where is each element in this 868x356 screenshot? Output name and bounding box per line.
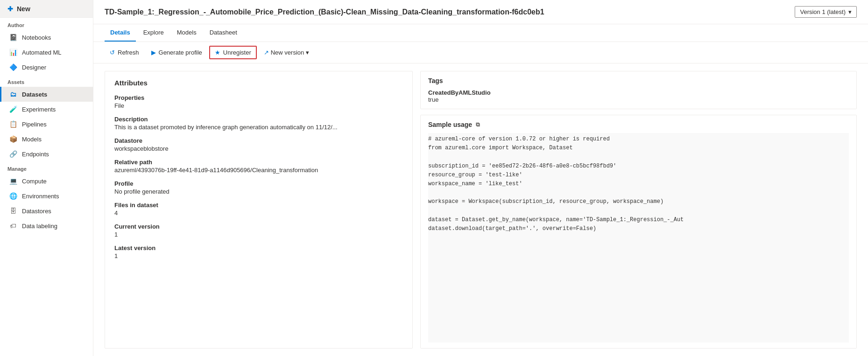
attribute-value: This is a dataset promoted by inference …	[114, 124, 385, 131]
sidebar-item-label-compute: Compute	[22, 178, 47, 185]
version-selector[interactable]: Version 1 (latest) ▾	[795, 6, 857, 18]
attribute-value: File	[114, 102, 385, 109]
attribute-row: ProfileNo profile generated	[114, 180, 403, 195]
sidebar-item-label-experiments: Experiments	[22, 106, 56, 113]
sidebar-section-label: Author	[0, 18, 93, 30]
attribute-label: Relative path	[114, 159, 403, 166]
attribute-label: Latest version	[114, 244, 403, 251]
notebooks-icon: 📓	[9, 34, 17, 41]
data-labeling-icon: 🏷	[9, 222, 17, 230]
content-area: Attributes PropertiesFileDescriptionThis…	[93, 63, 868, 356]
sidebar-item-experiments[interactable]: 🧪Experiments	[0, 102, 93, 117]
attribute-value: azureml/4393076b-19ff-4e41-81d9-a1146d90…	[114, 167, 385, 174]
tab-models[interactable]: Models	[171, 24, 202, 42]
chevron-down-icon: ▾	[848, 8, 852, 15]
models-icon: 📦	[9, 135, 17, 143]
sidebar-section-label: Manage	[0, 161, 93, 174]
sidebar-item-label-pipelines: Pipelines	[22, 121, 47, 128]
sidebar: ✚ New Author📓Notebooks📊Automated ML🔷Desi…	[0, 0, 93, 356]
sidebar-item-label-notebooks: Notebooks	[22, 34, 51, 41]
attributes-panel: Attributes PropertiesFileDescriptionThis…	[105, 71, 413, 349]
sample-usage-title: Sample usage	[428, 121, 472, 128]
generate-profile-label: Generate profile	[159, 49, 202, 56]
attribute-label: Properties	[114, 94, 403, 101]
environments-icon: 🌐	[9, 192, 17, 200]
sample-usage-panel: Sample usage ⧉ # azureml-core of version…	[420, 115, 857, 349]
sidebar-item-automated-ml[interactable]: 📊Automated ML	[0, 45, 93, 60]
attribute-label: Datastore	[114, 137, 403, 144]
sidebar-item-label-designer: Designer	[22, 64, 46, 71]
compute-icon: 💻	[9, 177, 17, 185]
page-header: TD-Sample_1:_Regression_-_Automobile_Pri…	[93, 0, 868, 24]
sidebar-item-compute[interactable]: 💻Compute	[0, 174, 93, 188]
sidebar-item-designer[interactable]: 🔷Designer	[0, 60, 93, 75]
page-title: TD-Sample_1:_Regression_-_Automobile_Pri…	[105, 8, 787, 16]
attribute-row: Latest version1	[114, 244, 403, 259]
refresh-label: Refresh	[118, 49, 139, 56]
copy-icon[interactable]: ⧉	[476, 121, 480, 128]
attribute-label: Files in dataset	[114, 202, 403, 209]
sidebar-item-label-datastores: Datastores	[22, 208, 51, 215]
attribute-row: DescriptionThis is a dataset promoted by…	[114, 116, 403, 131]
experiments-icon: 🧪	[9, 105, 17, 113]
sidebar-item-endpoints[interactable]: 🔗Endpoints	[0, 147, 93, 161]
sidebar-item-datastores[interactable]: 🗄Datastores	[0, 203, 93, 218]
star-icon: ★	[215, 49, 220, 56]
tab-datasheet[interactable]: Datasheet	[204, 24, 243, 42]
attribute-value: workspaceblobstore	[114, 145, 385, 152]
tab-explore[interactable]: Explore	[138, 24, 169, 42]
plus-icon: ✚	[7, 5, 13, 13]
right-panel: Tags CreatedByAMLStudiotrue Sample usage…	[420, 71, 857, 349]
sidebar-item-label-endpoints: Endpoints	[22, 151, 49, 158]
attribute-row: Current version1	[114, 223, 403, 238]
tag-value: true	[428, 96, 849, 103]
attribute-label: Profile	[114, 180, 403, 187]
tag-key: CreatedByAMLStudio	[428, 89, 849, 96]
sidebar-item-label-models: Models	[22, 136, 42, 143]
attribute-label: Description	[114, 116, 403, 123]
datasets-icon: 🗂	[9, 91, 17, 98]
datastores-icon: 🗄	[9, 207, 17, 215]
refresh-icon: ↺	[110, 49, 115, 56]
toolbar: ↺ Refresh ▶ Generate profile ★ Unregiste…	[93, 42, 868, 63]
attributes-title: Attributes	[114, 79, 403, 87]
sample-usage-header: Sample usage ⧉	[428, 121, 849, 128]
attribute-value: 1	[114, 231, 385, 238]
sidebar-item-label-environments: Environments	[22, 193, 59, 200]
pipelines-icon: 📋	[9, 120, 17, 128]
attribute-row: Datastoreworkspaceblobstore	[114, 137, 403, 152]
play-icon: ▶	[151, 49, 156, 56]
generate-profile-button[interactable]: ▶ Generate profile	[146, 46, 207, 59]
designer-icon: 🔷	[9, 63, 17, 71]
new-version-button[interactable]: ↗ New version ▾	[259, 46, 315, 59]
attribute-row: Relative pathazureml/4393076b-19ff-4e41-…	[114, 159, 403, 174]
tags-panel: Tags CreatedByAMLStudiotrue	[420, 71, 857, 109]
sample-code: # azureml-core of version 1.0.72 or high…	[428, 133, 849, 342]
tab-details[interactable]: Details	[105, 24, 136, 42]
attribute-row: PropertiesFile	[114, 94, 403, 109]
refresh-button[interactable]: ↺ Refresh	[105, 46, 144, 59]
unregister-button[interactable]: ★ Unregister	[209, 46, 257, 59]
tabs-bar: DetailsExploreModelsDatasheet	[93, 24, 868, 42]
sidebar-item-data-labeling[interactable]: 🏷Data labeling	[0, 218, 93, 233]
tags-title: Tags	[428, 77, 849, 84]
new-version-icon: ↗	[264, 49, 269, 56]
sidebar-item-environments[interactable]: 🌐Environments	[0, 188, 93, 203]
new-label: New	[17, 5, 30, 13]
sidebar-item-label-data-labeling: Data labeling	[22, 223, 57, 230]
sidebar-item-models[interactable]: 📦Models	[0, 132, 93, 147]
attribute-label: Current version	[114, 223, 403, 230]
sidebar-item-pipelines[interactable]: 📋Pipelines	[0, 117, 93, 132]
version-label: Version 1 (latest)	[800, 8, 846, 15]
attribute-value: No profile generated	[114, 188, 385, 195]
attribute-value: 4	[114, 209, 385, 216]
new-button[interactable]: ✚ New	[0, 0, 93, 18]
endpoints-icon: 🔗	[9, 150, 17, 158]
sidebar-item-label-datasets: Datasets	[22, 91, 47, 98]
attribute-row: Files in dataset4	[114, 202, 403, 216]
unregister-label: Unregister	[223, 49, 251, 56]
sidebar-item-datasets[interactable]: 🗂Datasets	[0, 87, 93, 102]
automated-ml-icon: 📊	[9, 49, 17, 56]
sidebar-item-notebooks[interactable]: 📓Notebooks	[0, 30, 93, 45]
chevron-down-icon: ▾	[306, 49, 309, 56]
